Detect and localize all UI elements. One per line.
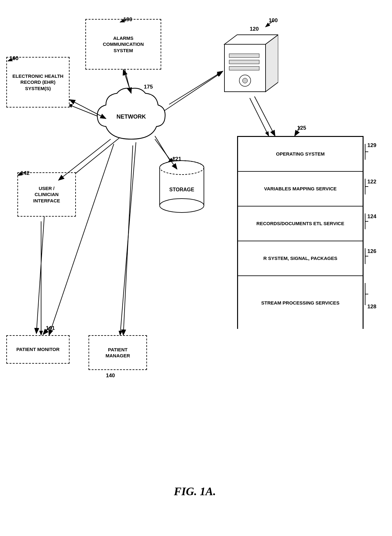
svg-rect-18	[229, 54, 259, 58]
ref125-arrow	[291, 125, 303, 138]
bracket-124	[364, 212, 370, 231]
bracket-128	[364, 281, 370, 307]
layer-vms-label: VARIABLES MAPPING SERVICE	[238, 172, 363, 206]
svg-line-10	[120, 142, 136, 335]
layer-os: OPERATING SYSTEM	[238, 137, 363, 172]
cloud-svg: NETWORK	[92, 85, 171, 149]
alarms-label: ALARMS COMMUNICATION SYSTEM	[103, 35, 144, 54]
alarms-box: ALARMS COMMUNICATION SYSTEM	[85, 19, 161, 70]
svg-line-55	[43, 327, 50, 335]
ref100-arrow	[262, 19, 275, 28]
bracket-122	[364, 177, 370, 196]
svg-line-13	[120, 19, 128, 22]
layer-etl-label: RECORDS/DOCUMENTS ETL SERVICE	[238, 206, 363, 241]
layer-rsys-label: R SYSTEM, SIGNAL, PACKAGES	[238, 241, 363, 275]
svg-line-14	[8, 58, 16, 61]
ref-120: 120	[250, 26, 259, 32]
svg-line-32	[18, 172, 25, 176]
user-clinician-label: USER / CLINICIAN INTERFACE	[33, 185, 60, 204]
ref-175: 175	[144, 84, 153, 90]
layer-sps-label: STREAM PROCESSING SERVICES	[238, 276, 363, 330]
patient-monitor-box: PATIENT MONITOR	[6, 335, 70, 364]
ref142-arrow	[15, 171, 26, 177]
server-svg	[218, 28, 278, 98]
svg-text:NETWORK: NETWORK	[117, 114, 146, 120]
ref-140: 140	[106, 373, 115, 379]
storage-illustration: STORAGE	[155, 158, 209, 215]
svg-line-41	[254, 96, 275, 136]
svg-point-28	[160, 199, 204, 213]
layer-vms: VARIABLES MAPPING SERVICE	[238, 172, 363, 206]
svg-rect-20	[229, 66, 259, 70]
svg-text:STORAGE: STORAGE	[169, 187, 194, 192]
svg-line-31	[168, 157, 175, 162]
svg-rect-19	[229, 60, 259, 64]
svg-point-22	[242, 78, 248, 83]
ehr-box: ELECTRONIC HEALTH RECORD (EHR) SYSTEM(S)	[6, 57, 70, 108]
svg-line-6	[164, 73, 221, 111]
server-stack-container: OPERATING SYSTEM VARIABLES MAPPING SERVI…	[237, 136, 364, 329]
svg-line-42	[36, 217, 44, 334]
svg-line-54	[295, 126, 300, 136]
diagram: 100 ALARMS COMMUNICATION SYSTEM 190 ELEC…	[0, 0, 392, 536]
svg-marker-17	[266, 35, 278, 92]
svg-line-37	[169, 71, 223, 104]
svg-line-11	[250, 98, 269, 136]
patient-manager-label: PATIENT MANAGER	[106, 347, 130, 359]
layer-os-label: OPERATING SYSTEM	[238, 137, 363, 171]
svg-line-12	[266, 21, 273, 27]
layer-sps: STREAM PROCESSING SERVICES	[238, 276, 363, 330]
ref141-arrow	[40, 326, 52, 337]
server-illustration	[218, 28, 278, 98]
layer-rsys: R SYSTEM, SIGNAL, PACKAGES	[238, 241, 363, 276]
figure-label: FIG. 1A.	[174, 485, 216, 498]
ehr-label: ELECTRONIC HEALTH RECORD (EHR) SYSTEM(S)	[12, 73, 63, 92]
storage-svg: STORAGE	[155, 158, 209, 215]
patient-monitor-label: PATIENT MONITOR	[16, 346, 60, 353]
network-cloud: NETWORK	[92, 85, 171, 149]
ref190-arrow	[117, 17, 130, 24]
ref160-arrow	[5, 56, 17, 63]
svg-line-40	[123, 145, 133, 335]
bracket-129	[364, 142, 370, 161]
layer-etl: RECORDS/DOCUMENTS ETL SERVICE	[238, 206, 363, 241]
user-clinician-box: USER / CLINICIAN INTERFACE	[17, 172, 76, 217]
patient-manager-box: PATIENT MANAGER	[89, 335, 147, 370]
ref121-arrow	[166, 157, 177, 163]
bracket-126	[364, 247, 370, 266]
